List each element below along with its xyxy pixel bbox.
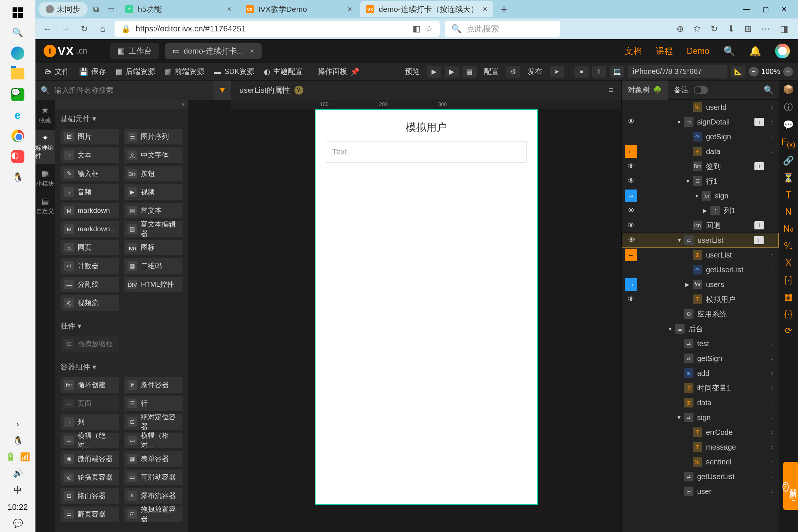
start-button[interactable] [13, 7, 23, 18]
options-icon[interactable]: ○ [771, 119, 774, 125]
options-icon[interactable]: ○ [771, 488, 774, 494]
edge-icon[interactable] [10, 45, 26, 61]
device-select[interactable]: iPhone6/7/8 375*667 [628, 65, 727, 78]
link-icon[interactable]: 🔗 [783, 156, 794, 166]
sidebar-icon[interactable]: ◨ [780, 24, 788, 34]
var-icon[interactable]: X [785, 258, 791, 268]
tree-item-userList[interactable]: ←⊞userList○ [622, 248, 779, 262]
close-icon[interactable]: × [250, 47, 254, 55]
close-icon[interactable]: × [347, 4, 352, 14]
component-文本[interactable]: T文本 [61, 147, 119, 163]
options-icon[interactable]: ○ [771, 474, 774, 480]
component-视频流[interactable]: ◎视频流 [61, 295, 119, 311]
align-button[interactable]: ≡ [574, 66, 589, 78]
component-路由容器[interactable]: ⊡路由容器 [61, 488, 119, 504]
component-循环创建[interactable]: for循环创建 [61, 377, 119, 393]
options-icon[interactable]: ○ [771, 341, 774, 347]
tree-item-行1[interactable]: 👁▼☰行1 [622, 174, 779, 188]
frontend-menu[interactable]: ▦前端资源 [161, 66, 208, 76]
search-icon[interactable]: 🔍 [723, 45, 735, 57]
tree-item-getUserList[interactable]: ⇄getUserList○ [622, 469, 779, 484]
tree-item-test[interactable]: ⇄test○ [622, 336, 779, 351]
close-icon[interactable]: × [227, 4, 232, 14]
tree-item-errCode[interactable]: TerrCode○ [622, 425, 779, 440]
filter-button[interactable]: ▼ [214, 81, 231, 100]
visibility-icon[interactable]: 👁 [622, 295, 640, 303]
component-图标[interactable]: icn图标 [124, 240, 183, 255]
caret-icon[interactable]: ▼ [676, 119, 684, 125]
component-横幅（绝对...[interactable]: ▭横幅（绝对... [61, 433, 119, 448]
menu-icon[interactable]: ⋯ [761, 24, 770, 34]
component-拖拽放置容器[interactable]: ⊡拖拽放置容器 [124, 507, 183, 522]
tree-item-userId[interactable]: N₀userId○ [622, 100, 779, 115]
history-icon[interactable]: ↻ [710, 24, 718, 34]
text-input[interactable]: Text [326, 141, 527, 163]
options-icon[interactable]: ○ [771, 355, 774, 361]
caret-icon[interactable]: ▼ [694, 193, 702, 199]
caret-icon[interactable]: ▼ [676, 415, 684, 420]
visibility-icon[interactable]: 👁 [622, 207, 640, 215]
qq-icon[interactable]: 🐧 [10, 169, 26, 185]
extensions-icon[interactable]: ⊕ [676, 24, 684, 34]
component-轮播页容器[interactable]: ◎轮播页容器 [61, 470, 119, 485]
tree-tab-notes[interactable]: 备注 [668, 81, 714, 100]
info-badge-icon[interactable]: i [754, 118, 764, 126]
clock[interactable]: 10:22 [7, 502, 28, 512]
panel-menu[interactable]: 操作面板📌 [314, 66, 363, 76]
component-markdown[interactable]: Mmarkdown [61, 203, 119, 218]
app-red-icon[interactable]: ◐ [10, 149, 26, 165]
component-输入框[interactable]: ✎输入框 [61, 166, 119, 181]
explorer-icon[interactable] [10, 66, 26, 82]
tree-item-模拟用户[interactable]: 👁T模拟用户 [622, 292, 779, 307]
options-icon[interactable]: ○ [771, 149, 774, 154]
logo[interactable]: i VX .cn [44, 44, 87, 58]
tree-item-userList[interactable]: 👁▼▭userListi [622, 233, 779, 248]
user-avatar[interactable] [775, 44, 790, 58]
tree-item-getSign[interactable]: ⟳getSign○ [622, 129, 779, 144]
options-icon[interactable]: ○ [771, 370, 774, 376]
maximize-button[interactable]: ▢ [763, 5, 769, 13]
visibility-icon[interactable]: 👁 [622, 177, 640, 185]
favorite-icon[interactable]: ☆ [426, 24, 433, 34]
component-列[interactable]: ⫶列 [61, 414, 119, 430]
minimize-button[interactable]: — [743, 5, 750, 13]
document-tab[interactable]: ▭ demo-连续打卡... × [165, 43, 262, 59]
ime-icon[interactable]: 中 [14, 485, 22, 496]
component-图片[interactable]: 🖼图片 [61, 129, 119, 144]
file-menu[interactable]: 🗁文件 [41, 66, 73, 76]
component-markdown...[interactable]: Mmarkdown... [61, 221, 119, 237]
section-basic[interactable]: 基础元件 ▾ [61, 114, 183, 124]
caret-icon[interactable]: ▼ [677, 237, 684, 243]
collapse-button[interactable]: « [55, 100, 188, 109]
layers-icon[interactable]: ≡ [608, 85, 613, 95]
send-button[interactable]: ➤ [550, 66, 564, 78]
options-icon[interactable]: ○ [771, 400, 774, 406]
options-icon[interactable]: ○ [771, 252, 774, 258]
close-button[interactable]: ✕ [781, 5, 787, 13]
tree-item-getUserList[interactable]: ⟳getUserList○ [622, 262, 779, 277]
visibility-icon[interactable]: 👁 [622, 221, 640, 229]
wifi-icon[interactable]: 📶 [20, 452, 30, 462]
play-alt-button[interactable]: ▶ [445, 66, 459, 78]
loop-icon[interactable]: ⟳ [785, 325, 792, 336]
home-button[interactable]: ⌂ [96, 22, 109, 35]
component-视频[interactable]: ▶视频 [124, 184, 183, 200]
browser-tab-1[interactable]: ≈ h5功能 × [119, 1, 238, 17]
grid-icon[interactable]: ▦ [784, 291, 793, 302]
save-button[interactable]: 💾保存 [75, 66, 110, 76]
demo-link[interactable]: Demo [687, 46, 709, 56]
component-表单容器[interactable]: ▦表单容器 [124, 451, 183, 467]
tree-item-回退[interactable]: 👁icn回退i [622, 218, 779, 233]
docs-link[interactable]: 文档 [625, 45, 642, 57]
component-网页[interactable]: ⌂网页 [61, 240, 119, 255]
sdk-menu[interactable]: ▬SDK资源 [210, 66, 258, 76]
address-bar[interactable]: 🔒 https://editor.ivx.cn/#11764251 ◧ ☆ [115, 21, 440, 37]
component-微前端容器[interactable]: ◉微前端容器 [61, 451, 119, 467]
tree-item-sign[interactable]: ▼⇄sign○ [622, 410, 779, 425]
browser-tab-2[interactable]: vx IVX教学Demo × [240, 1, 358, 17]
tray-qq-icon[interactable]: 🐧 [13, 436, 23, 446]
tree-item-user[interactable]: ⊟user○ [622, 484, 779, 499]
ie-icon[interactable]: e [10, 107, 26, 123]
component-二维码[interactable]: ▦二维码 [124, 258, 183, 274]
component-页面[interactable]: ▭页面 [61, 396, 119, 411]
